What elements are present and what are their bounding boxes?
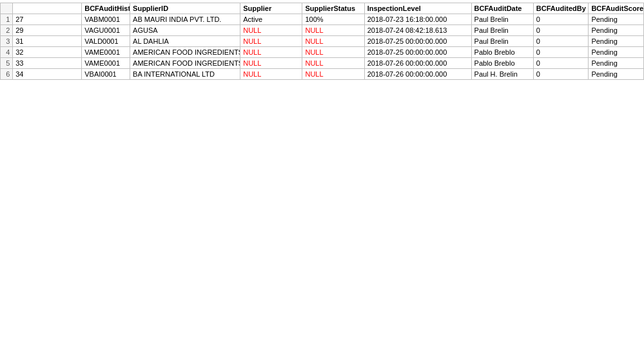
- row-number-cell: 4: [1, 47, 13, 58]
- cell-bcfauditscore: 0: [533, 69, 589, 80]
- cell-bcfauditscore: 0: [533, 58, 589, 69]
- cell-bcfauditedby: Paul Brelin: [471, 14, 533, 25]
- cell-inspectionlevel: NULL: [302, 47, 364, 58]
- header-bcfauditscore[interactable]: BCFAuditedBy: [533, 3, 589, 14]
- cell-auditresult: Pending: [589, 58, 644, 69]
- cell-supplierstatus: NULL: [240, 47, 302, 58]
- cell-supplierid: VAGU0001: [82, 25, 130, 36]
- cell-inspectionlevel: 100%: [302, 14, 364, 25]
- cell-bcfauditedby: Pablo Breblo: [471, 47, 533, 58]
- cell-bcfaudithistoryid: 32: [13, 47, 82, 58]
- cell-supplierstatus: NULL: [240, 36, 302, 47]
- cell-bcfauditscore: 0: [533, 25, 589, 36]
- cell-supplierid: VBAI0001: [82, 69, 130, 80]
- cell-bcfaudithistoryid: 34: [13, 69, 82, 80]
- header-rownum: [1, 3, 13, 14]
- cell-bcfauditdate: 2018-07-23 16:18:00.000: [364, 14, 471, 25]
- cell-inspectionlevel: NULL: [302, 36, 364, 47]
- cell-bcfauditdate: 2018-07-25 00:00:00.000: [364, 36, 471, 47]
- cell-bcfauditedby: Pablo Breblo: [471, 58, 533, 69]
- cell-supplier: AL DAHLIA: [130, 36, 240, 47]
- row-number-cell: 3: [1, 36, 13, 47]
- cell-inspectionlevel: NULL: [302, 69, 364, 80]
- cell-bcfaudithistoryid: 33: [13, 58, 82, 69]
- cell-bcfauditscore: 0: [533, 36, 589, 47]
- row-number-cell: 6: [1, 69, 13, 80]
- main-table-container: BCFAuditHistoryID SupplierID Supplier Su…: [0, 0, 644, 80]
- cell-auditresult: Pending: [589, 36, 644, 47]
- cell-supplierid: VABM0001: [82, 14, 130, 25]
- cell-supplierid: VAME0001: [82, 58, 130, 69]
- cell-auditresult: Pending: [589, 25, 644, 36]
- cell-bcfauditdate: 2018-07-26 00:00:00.000: [364, 69, 471, 80]
- cell-supplierid: VALD0001: [82, 36, 130, 47]
- cell-supplier: AMERICAN FOOD INGREDIENTS: [130, 58, 240, 69]
- table-row[interactable]: 533VAME0001AMERICAN FOOD INGREDIENTSNULL…: [1, 58, 644, 69]
- cell-supplier: BA INTERNATIONAL LTD: [130, 69, 240, 80]
- table-row[interactable]: 127VABM0001AB MAURI INDIA PVT. LTD.Activ…: [1, 14, 644, 25]
- cell-supplierstatus: NULL: [240, 25, 302, 36]
- row-number-cell: 1: [1, 14, 13, 25]
- audit-history-table: BCFAuditHistoryID SupplierID Supplier Su…: [0, 3, 644, 80]
- cell-bcfaudithistoryid: 29: [13, 25, 82, 36]
- cell-supplier: AB MAURI INDIA PVT. LTD.: [130, 14, 240, 25]
- header-supplier[interactable]: SupplierID: [130, 3, 240, 14]
- cell-auditresult: Pending: [589, 47, 644, 58]
- cell-bcfauditscore: 0: [533, 14, 589, 25]
- cell-inspectionlevel: NULL: [302, 58, 364, 69]
- row-number-cell: 2: [1, 25, 13, 36]
- table-row[interactable]: 432VAME0001AMERICAN FOOD INGREDIENTSNULL…: [1, 47, 644, 58]
- header-bcfauditdate[interactable]: InspectionLevel: [364, 3, 471, 14]
- cell-bcfauditedby: Paul H. Brelin: [471, 69, 533, 80]
- table-row[interactable]: 634VBAI0001BA INTERNATIONAL LTDNULLNULL2…: [1, 69, 644, 80]
- cell-supplier: AGUSA: [130, 25, 240, 36]
- header-bcfauditedby[interactable]: BCFAuditDate: [471, 3, 533, 14]
- table-row[interactable]: 331VALD0001AL DAHLIANULLNULL2018-07-25 0…: [1, 36, 644, 47]
- cell-bcfaudithistoryid: 27: [13, 14, 82, 25]
- header-row: BCFAuditHistoryID SupplierID Supplier Su…: [1, 3, 644, 14]
- cell-supplierstatus: Active: [240, 14, 302, 25]
- table-row[interactable]: 229VAGU0001AGUSANULLNULL2018-07-24 08:42…: [1, 25, 644, 36]
- cell-supplierid: VAME0001: [82, 47, 130, 58]
- header-auditresult[interactable]: BCFAuditScore: [589, 3, 644, 14]
- cell-auditresult: Pending: [589, 69, 644, 80]
- cell-bcfauditedby: Paul Brelin: [471, 36, 533, 47]
- cell-supplierstatus: NULL: [240, 69, 302, 80]
- cell-auditresult: Pending: [589, 14, 644, 25]
- cell-bcfauditscore: 0: [533, 47, 589, 58]
- header-inspectionlevel[interactable]: SupplierStatus: [302, 3, 364, 14]
- header-supplierstatus[interactable]: Supplier: [240, 3, 302, 14]
- cell-inspectionlevel: NULL: [302, 25, 364, 36]
- cell-bcfauditedby: Paul Brelin: [471, 25, 533, 36]
- cell-bcfauditdate: 2018-07-25 00:00:00.000: [364, 47, 471, 58]
- header-supplierid[interactable]: BCFAuditHistoryID: [82, 3, 130, 14]
- cell-bcfauditdate: 2018-07-26 00:00:00.000: [364, 58, 471, 69]
- cell-bcfaudithistoryid: 31: [13, 36, 82, 47]
- cell-supplierstatus: NULL: [240, 58, 302, 69]
- header-bcfaudithistoryid[interactable]: [13, 3, 82, 14]
- row-number-cell: 5: [1, 58, 13, 69]
- cell-supplier: AMERICAN FOOD INGREDIENTS: [130, 47, 240, 58]
- cell-bcfauditdate: 2018-07-24 08:42:18.613: [364, 25, 471, 36]
